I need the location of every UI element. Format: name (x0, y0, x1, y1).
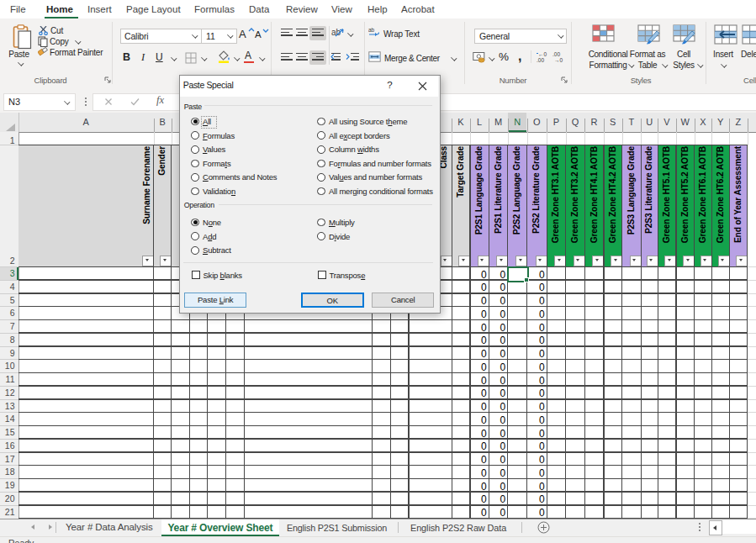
svg-text:.00: .00 (537, 57, 544, 63)
svg-text:ab: ab (368, 27, 375, 33)
svg-text:←0: ←0 (538, 51, 547, 57)
svg-text:→0: →0 (554, 57, 563, 63)
svg-text:.00: .00 (552, 51, 560, 57)
